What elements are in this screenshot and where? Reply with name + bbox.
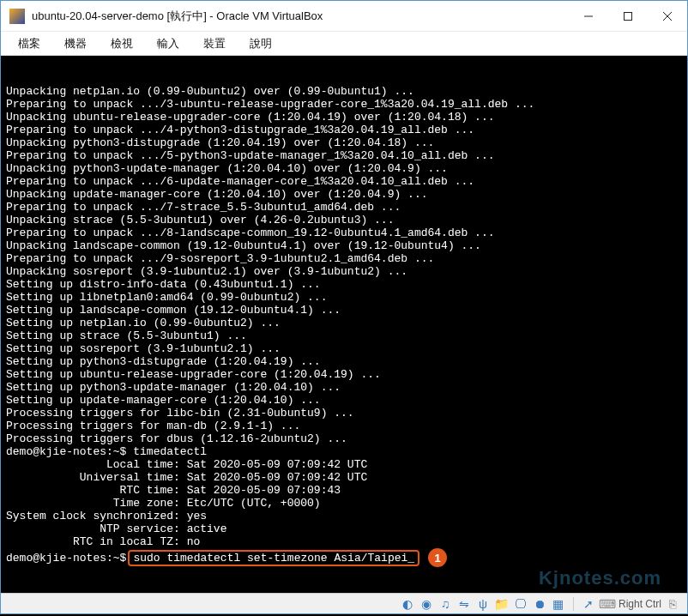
terminal-line: Universal time: Sat 2020-05-09 07:09:42 … (6, 471, 682, 484)
terminal-line: Processing triggers for dbus (1.12.16-2u… (6, 432, 682, 445)
menu-bar: 檔案 機器 檢視 輸入 裝置 說明 (1, 32, 687, 56)
terminal-line: demo@kjie-notes:~$ timedatectl (6, 445, 682, 458)
terminal-line: Setting up netplan.io (0.99-0ubuntu2) ..… (6, 317, 682, 329)
terminal-line: Setting up strace (5.5-3ubuntu1) ... (6, 329, 682, 342)
terminal-line: RTC in local TZ: no (6, 535, 682, 548)
terminal-line: Preparing to unpack .../3-ubuntu-release… (6, 98, 682, 111)
host-key-label: Right Ctrl (619, 598, 661, 610)
terminal-line: Unpacking python3-update-manager (1:20.0… (6, 162, 682, 175)
terminal-line: Preparing to unpack .../5-python3-update… (6, 149, 682, 162)
terminal-line: System clock synchronized: yes (6, 510, 682, 522)
terminal-line: Unpacking landscape-common (19.12-0ubunt… (6, 239, 682, 252)
terminal[interactable]: Unpacking netplan.io (0.99-0ubuntu2) ove… (1, 56, 687, 577)
annotation-badge: 1 (428, 548, 447, 567)
terminal-line: Setting up ubuntu-release-upgrader-core … (6, 368, 682, 381)
terminal-line: Setting up python3-distupgrade (1:20.04.… (6, 355, 682, 368)
terminal-line: Local time: Sat 2020-05-09 07:09:42 UTC (6, 458, 682, 471)
terminal-line: Setting up sosreport (3.9-1ubuntu2.1) ..… (6, 342, 682, 355)
terminal-line: Unpacking netplan.io (0.99-0ubuntu2) ove… (6, 85, 682, 98)
minimize-button[interactable] (569, 1, 608, 32)
terminal-line: Preparing to unpack .../8-landscape-comm… (6, 226, 682, 239)
shared-folder-icon[interactable]: 📁 (494, 596, 510, 612)
host-key-indicator-icon: ⎘ (665, 596, 680, 612)
menu-input[interactable]: 輸入 (157, 36, 179, 51)
keyboard-capture-icon[interactable]: ⌨ (600, 596, 615, 612)
window-titlebar: ubuntu-20.04-server-demo [執行中] - Oracle … (1, 1, 687, 32)
hard-disk-icon[interactable]: ◐ (400, 596, 415, 612)
terminal-line: Unpacking sosreport (3.9-1ubuntu2.1) ove… (6, 265, 682, 278)
cpu-icon[interactable]: ▦ (551, 596, 566, 612)
terminal-line: Processing triggers for man-db (2.9.1-1)… (6, 420, 682, 432)
network-icon[interactable]: ⇋ (456, 596, 472, 612)
terminal-line: Unpacking strace (5.5-3ubuntu1) over (4.… (6, 214, 682, 226)
optical-disk-icon[interactable]: ◉ (419, 596, 434, 612)
audio-icon[interactable]: ♫ (438, 596, 453, 612)
terminal-line: Setting up libnetplan0:amd64 (0.99-0ubun… (6, 291, 682, 304)
svg-rect-1 (625, 12, 632, 20)
terminal-line: Setting up distro-info-data (0.43ubuntu1… (6, 278, 682, 291)
terminal-line: NTP service: active (6, 522, 682, 535)
app-icon (9, 9, 25, 24)
terminal-line: Setting up landscape-common (19.12-0ubun… (6, 304, 682, 317)
terminal-line: Preparing to unpack .../4-python3-distup… (6, 124, 682, 136)
terminal-line: Preparing to unpack .../7-strace_5.5-3ub… (6, 201, 682, 214)
display-icon[interactable]: 🖵 (513, 596, 528, 612)
terminal-line: Time zone: Etc/UTC (UTC, +0000) (6, 497, 682, 510)
terminal-line: Unpacking python3-distupgrade (1:20.04.1… (6, 136, 682, 149)
prompt-text: demo@kjie-notes:~$ (6, 552, 126, 565)
terminal-line: Unpacking update-manager-core (1:20.04.1… (6, 188, 682, 201)
close-button[interactable] (648, 1, 687, 32)
status-bar: ◐ ◉ ♫ ⇋ ψ 📁 🖵 ⏺ ▦ ➚ ⌨ Right Ctrl ⎘ (1, 593, 687, 613)
terminal-line: Preparing to unpack .../9-sosreport_3.9-… (6, 252, 682, 265)
menu-file[interactable]: 檔案 (18, 36, 40, 51)
terminal-line: Setting up python3-update-manager (1:20.… (6, 381, 682, 394)
terminal-prompt-line: demo@kjie-notes:~$sudo timedatectl set-t… (6, 548, 682, 567)
recording-icon[interactable]: ⏺ (532, 596, 547, 612)
mouse-integration-icon[interactable]: ➚ (581, 596, 596, 612)
menu-help[interactable]: 說明 (250, 36, 272, 51)
highlighted-command: sudo timedatectl set-timezone Asia/Taipe… (128, 550, 419, 566)
terminal-line: Processing triggers for libc-bin (2.31-0… (6, 407, 682, 420)
menu-view[interactable]: 檢視 (111, 36, 133, 51)
terminal-line: Setting up update-manager-core (1:20.04.… (6, 394, 682, 407)
terminal-line: Preparing to unpack .../6-update-manager… (6, 175, 682, 188)
usb-icon[interactable]: ψ (475, 596, 491, 612)
menu-devices[interactable]: 裝置 (203, 36, 226, 51)
maximize-button[interactable] (608, 1, 648, 32)
terminal-line: Unpacking ubuntu-release-upgrader-core (… (6, 111, 682, 124)
window-title: ubuntu-20.04-server-demo [執行中] - Oracle … (32, 9, 569, 24)
separator (573, 597, 574, 611)
terminal-line: RTC time: Sat 2020-05-09 07:09:43 (6, 484, 682, 497)
menu-machine[interactable]: 機器 (64, 36, 87, 51)
